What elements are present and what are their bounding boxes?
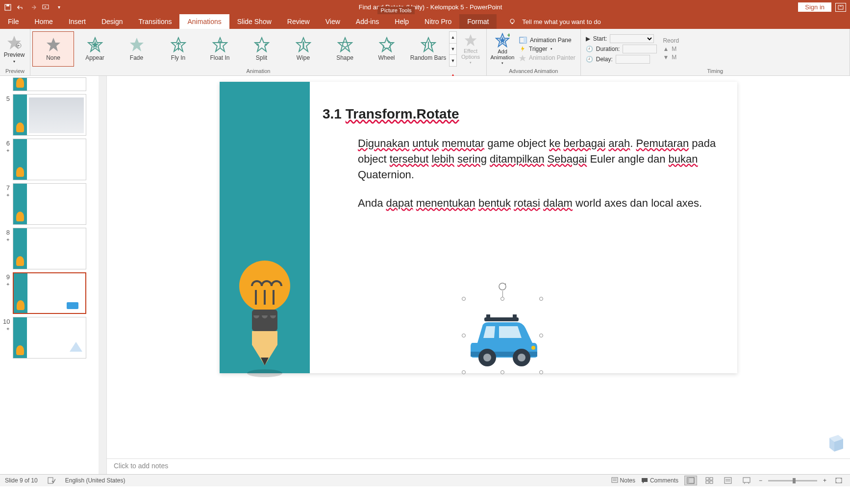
tab-transitions[interactable]: Transitions — [131, 14, 180, 29]
animation-shape[interactable]: Shape — [324, 31, 366, 67]
svg-rect-54 — [612, 478, 618, 482]
slide-canvas[interactable]: 3.1 Transform.Rotate Digunakan untuk mem… — [220, 82, 737, 373]
svg-point-48 — [518, 354, 525, 361]
slide-thumbnail[interactable] — [13, 228, 86, 269]
animation-wheel[interactable]: Wheel — [366, 31, 407, 67]
add-animation-button[interactable]: + Add Animation ▾ — [489, 33, 516, 65]
spell-check-icon[interactable] — [48, 477, 55, 484]
tab-home[interactable]: Home — [27, 14, 61, 29]
svg-point-49 — [531, 346, 535, 350]
animation-random-bars[interactable]: Random Bars — [407, 31, 449, 67]
reading-view-button[interactable] — [722, 476, 734, 485]
zoom-slider[interactable] — [768, 480, 817, 481]
gallery-scroll: ▲ ▼ ▼ — [449, 31, 457, 67]
animation-split[interactable]: Split — [241, 31, 282, 67]
slide-sorter-view-button[interactable] — [703, 476, 716, 485]
slide-thumbnail[interactable] — [13, 183, 86, 225]
selected-picture-car[interactable] — [464, 299, 541, 372]
group-label-timing: Timing — [583, 68, 848, 74]
thumb-number: 8 — [3, 228, 10, 236]
animation-star-icon: ✦ — [6, 192, 10, 198]
svg-marker-26 — [499, 36, 506, 44]
slide-thumbnail-active[interactable] — [13, 272, 86, 314]
start-select[interactable] — [610, 34, 654, 43]
clock-icon: 🕘 — [586, 56, 593, 63]
svg-rect-36 — [252, 310, 277, 331]
delay-input[interactable] — [616, 55, 650, 64]
svg-rect-61 — [706, 481, 709, 483]
gallery-scroll-up[interactable]: ▲ — [450, 32, 456, 44]
notes-pane[interactable]: Click to add notes — [107, 458, 850, 474]
thumbnail-scrollbar[interactable] — [99, 76, 106, 474]
tab-design[interactable]: Design — [94, 14, 131, 29]
zoom-out-button[interactable]: − — [759, 477, 762, 484]
workspace: 5 6 ✦ 7 ✦ — [0, 76, 850, 474]
group-label-animation: Animation — [32, 68, 484, 74]
svg-point-40 — [499, 283, 506, 290]
sign-in-button[interactable]: Sign in — [798, 2, 831, 12]
tab-nitro[interactable]: Nitro Pro — [417, 14, 459, 29]
slide-thumbnail[interactable] — [13, 94, 86, 136]
normal-view-button[interactable] — [684, 476, 697, 485]
save-icon[interactable] — [4, 3, 12, 11]
animation-pane-button[interactable]: Animation Pane — [519, 37, 575, 44]
redo-icon[interactable] — [29, 3, 37, 11]
animation-none[interactable]: None — [32, 31, 74, 67]
slide-thumbnail[interactable] — [13, 139, 86, 180]
rotate-handle-icon[interactable] — [498, 282, 507, 291]
animation-wipe[interactable]: Wipe — [282, 31, 324, 67]
animation-fly-in[interactable]: Fly In — [157, 31, 199, 67]
svg-marker-11 — [91, 41, 99, 48]
language-label[interactable]: English (United States) — [65, 477, 125, 484]
notes-toggle[interactable]: Notes — [611, 477, 635, 484]
svg-rect-29 — [524, 37, 526, 43]
slideshow-view-button[interactable] — [740, 476, 753, 485]
tell-me-label: Tell me what you want to do — [522, 18, 600, 25]
svg-text:+: + — [507, 33, 510, 39]
tell-me-search[interactable]: Tell me what you want to do — [497, 14, 850, 29]
zoom-in-button[interactable]: + — [823, 477, 826, 484]
comments-toggle[interactable]: Comments — [641, 477, 678, 484]
svg-marker-19 — [380, 38, 394, 51]
svg-marker-33 — [70, 342, 82, 352]
timing-delay-row: 🕘 Delay: — [586, 55, 657, 64]
trigger-button[interactable]: Trigger ▾ — [519, 46, 575, 52]
gallery-more-button[interactable]: ▼ — [450, 55, 456, 66]
move-earlier-icon: ▲ — [663, 46, 669, 52]
ribbon-display-options-icon[interactable] — [835, 3, 846, 12]
preview-button[interactable]: Preview ▾ — [2, 35, 26, 64]
undo-icon[interactable] — [17, 3, 25, 11]
svg-marker-17 — [338, 38, 352, 51]
tab-slideshow[interactable]: Slide Show — [229, 14, 279, 29]
tab-file[interactable]: File — [0, 14, 27, 29]
chevron-down-icon: ▾ — [550, 47, 552, 51]
animation-float-in[interactable]: Float In — [199, 31, 241, 67]
svg-rect-43 — [513, 314, 517, 319]
watermark-cube-icon — [824, 432, 846, 455]
tab-review[interactable]: Review — [279, 14, 318, 29]
tab-animations[interactable]: Animations — [179, 14, 229, 29]
tab-help[interactable]: Help — [387, 14, 417, 29]
context-tab-group-label: Picture Tools — [377, 6, 415, 14]
animation-appear[interactable]: Appear — [74, 31, 116, 67]
slide-thumbnail-partial[interactable] — [13, 77, 86, 91]
thumb-number: 7 — [3, 183, 10, 192]
tab-addins[interactable]: Add-ins — [348, 14, 387, 29]
slide-body-text[interactable]: Digunakan untuk memutar game object ke b… — [358, 136, 718, 224]
tab-format[interactable]: Format — [459, 14, 497, 29]
slide-thumbnail[interactable] — [13, 317, 86, 359]
slide-thumbnail-panel[interactable]: 5 6 ✦ 7 ✦ — [0, 76, 107, 474]
fit-to-window-button[interactable] — [832, 476, 845, 485]
ribbon: Preview ▾ Preview None Appear Fade — [0, 29, 850, 76]
tab-view[interactable]: View — [318, 14, 348, 29]
animation-fade[interactable]: Fade — [116, 31, 157, 67]
duration-input[interactable] — [623, 45, 657, 53]
gallery-scroll-down[interactable]: ▼ — [450, 44, 456, 55]
tab-insert[interactable]: Insert — [61, 14, 94, 29]
slide-title[interactable]: 3.1 Transform.Rotate — [323, 106, 459, 122]
start-from-beginning-icon[interactable] — [42, 3, 50, 11]
svg-rect-66 — [743, 478, 750, 482]
timing-duration-row: 🕘 Duration: — [586, 45, 657, 53]
svg-rect-37 — [252, 331, 277, 345]
qat-more-icon[interactable]: ▾ — [55, 3, 63, 11]
